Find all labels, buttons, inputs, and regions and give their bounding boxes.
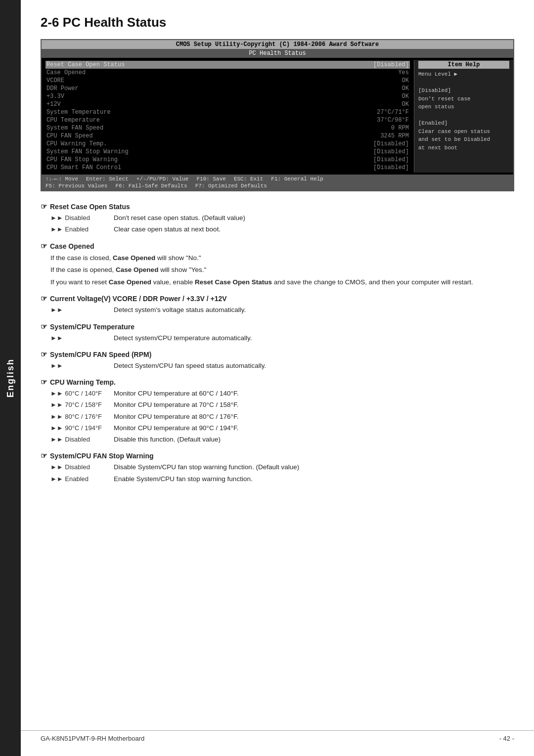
bullet-item: ►► 80°C / 176°FMonitor CPU temperature a… [50,412,514,422]
bios-footer-value: +/-/PU/PD: Value [136,176,189,182]
bullet-item: ►►Detect System/CPU fan speed status aut… [50,361,514,371]
section-title: ☞ System/CPU FAN Stop Warning [41,451,514,460]
bullet-label: ►► 70°C / 158°F [50,400,110,410]
bios-screen: CMOS Setup Utility-Copyright (C) 1984-20… [41,39,514,191]
bullet-item: ►► EnabledClear case open status at next… [50,224,514,234]
footer-right: - 42 - [499,735,514,742]
bios-footer-f7: F7: Optimized Defaults [195,183,267,189]
bios-row: CPU FAN Speed3245 RPM [45,132,410,140]
page-title-text: PC Health Status [63,15,167,30]
bullet-text: Enable System/CPU fan stop warning funct… [114,474,514,484]
bios-row: CPU Warning Temp.[Disabled] [45,140,410,148]
bios-help-content: Menu Level ▶ [Disabled]Don't reset caseo… [418,70,509,152]
section-title: ☞ Reset Case Open Status [41,202,514,211]
sidebar-label: English [5,358,16,398]
bios-row: System FAN Speed0 RPM [45,124,410,132]
bios-right-panel: Item Help Menu Level ▶ [Disabled]Don't r… [414,60,513,173]
section-cpu-warning-temp: ☞ CPU Warning Temp.►► 60°C / 140°FMonito… [41,378,514,445]
bios-footer-select: Enter: Select [86,176,129,182]
bullet-label: ►► [50,305,110,315]
bios-row: CPU FAN Stop Warning[Disabled] [45,156,410,164]
bullet-text: Disable this function. (Default value) [114,435,514,445]
section-arrow-icon: ☞ [41,451,47,460]
bios-help-line [418,79,509,87]
bios-row: +3.3VOK [45,92,410,100]
bullet-label: ►► Disabled [50,213,110,223]
section-title: ☞ System/CPU FAN Speed (RPM) [41,350,514,359]
bullet-item: ►►Detect system's voltage status automat… [50,305,514,315]
section-system-cpu-temperature: ☞ System/CPU Temperature►►Detect system/… [41,322,514,343]
sidebar: English [0,0,21,756]
bullet-text: Monitor CPU temperature at 90°C / 194°F. [114,423,514,433]
main-content: 2-6 PC Health Status CMOS Setup Utility-… [21,0,534,511]
bios-help-line [418,111,509,120]
page-title: 2-6 PC Health Status [41,15,514,30]
section-reset-case-open-status: ☞ Reset Case Open Status►► DisabledDon't… [41,202,514,235]
bios-help-line: and set to be Disabled [418,135,509,144]
bullet-text: Detect system's voltage status automatic… [114,305,514,315]
bios-row: Reset Case Open Status[Disabled] [45,61,410,69]
bullet-text: Clear case open status at next boot. [114,224,514,234]
bullet-label: ►► 80°C / 176°F [50,412,110,422]
bullet-item: ►► 90°C / 194°FMonitor CPU temperature a… [50,423,514,433]
section-paragraph: If the case is closed, Case Opened will … [50,253,514,264]
sections-container: ☞ Reset Case Open Status►► DisabledDon't… [41,202,514,484]
section-arrow-icon: ☞ [41,202,47,211]
section-title: ☞ Current Voltage(V) VCORE / DDR Power /… [41,294,514,303]
bios-help-line: Don't reset case [418,95,509,103]
bios-row: CPU Smart FAN Control[Disabled] [45,164,410,172]
section-current-voltage: ☞ Current Voltage(V) VCORE / DDR Power /… [41,294,514,315]
bios-footer-esc: ESC: Exit [234,176,263,182]
section-arrow-icon: ☞ [41,242,47,251]
bios-row: +12VOK [45,100,410,108]
bullet-label: ►► 90°C / 194°F [50,423,110,433]
bullet-label: ►► Disabled [50,435,110,445]
bullet-item: ►► DisabledDon't reset case open status.… [50,213,514,223]
section-paragraph: If the case is opened, Case Opened will … [50,265,514,275]
bullet-label: ►► Enabled [50,224,110,234]
bullet-text: Detect system/CPU temperature automatica… [114,333,514,343]
bios-row: VCOREOK [45,77,410,85]
bios-help-line: [Enabled] [418,119,509,128]
footer-left: GA-K8N51PVMT-9-RH Motherboard [41,735,144,742]
section-title: ☞ CPU Warning Temp. [41,378,514,387]
bios-help-line: Menu Level ▶ [418,70,509,79]
section-system-cpu-fan-speed: ☞ System/CPU FAN Speed (RPM)►►Detect Sys… [41,350,514,371]
bios-row: System FAN Stop Warning[Disabled] [45,148,410,156]
bios-left-panel: Reset Case Open Status[Disabled]Case Ope… [42,60,414,173]
page-title-number: 2-6 [41,15,59,30]
bullet-label: ►► Disabled [50,462,110,472]
section-arrow-icon: ☞ [41,350,47,359]
bios-help-line: Clear case open status [418,128,509,136]
bios-help-line: [Disabled] [418,87,509,95]
bullet-item: ►► DisabledDisable this function. (Defau… [50,435,514,445]
section-arrow-icon: ☞ [41,294,47,303]
bullet-label: ►► Enabled [50,474,110,484]
bullet-text: Monitor CPU temperature at 80°C / 176°F. [114,412,514,422]
bios-subheader: PC Health Status [42,49,513,58]
bullet-text: Detect System/CPU fan speed status autom… [114,361,514,371]
bios-footer-f5: F5: Previous Values [45,183,107,189]
bios-help-line: at next boot [418,144,509,152]
bullet-text: Disable System/CPU fan stop warning func… [114,462,514,472]
section-paragraph: If you want to reset Case Opened value, … [50,277,514,288]
bullet-text: Don't reset case open status. (Default v… [114,213,514,223]
bios-footer-line1: ↑↓→←: Move Enter: Select +/-/PU/PD: Valu… [45,176,323,182]
section-title: ☞ Case Opened [41,242,514,251]
bullet-text: Monitor CPU temperature at 70°C / 158°F. [114,400,514,410]
bios-footer-move: ↑↓→←: Move [45,176,78,182]
bios-row: DDR PowerOK [45,85,410,92]
bios-row: CPU Temperature37°C/98°F [45,116,410,124]
bios-header: CMOS Setup Utility-Copyright (C) 1984-20… [42,40,513,49]
bullet-item: ►►Detect system/CPU temperature automati… [50,333,514,343]
bios-help-line: open status [418,103,509,111]
bios-row: System Temperature27°C/71°F [45,108,410,116]
bios-row: Case OpenedYes [45,69,410,77]
bullet-label: ►► 60°C / 140°F [50,389,110,399]
bios-footer: ↑↓→←: Move Enter: Select +/-/PU/PD: Valu… [42,175,513,190]
section-arrow-icon: ☞ [41,322,47,331]
section-arrow-icon: ☞ [41,378,47,387]
bullet-item: ►► 70°C / 158°FMonitor CPU temperature a… [50,400,514,410]
bullet-text: Monitor CPU temperature at 60°C / 140°F. [114,389,514,399]
bullet-label: ►► [50,361,110,371]
